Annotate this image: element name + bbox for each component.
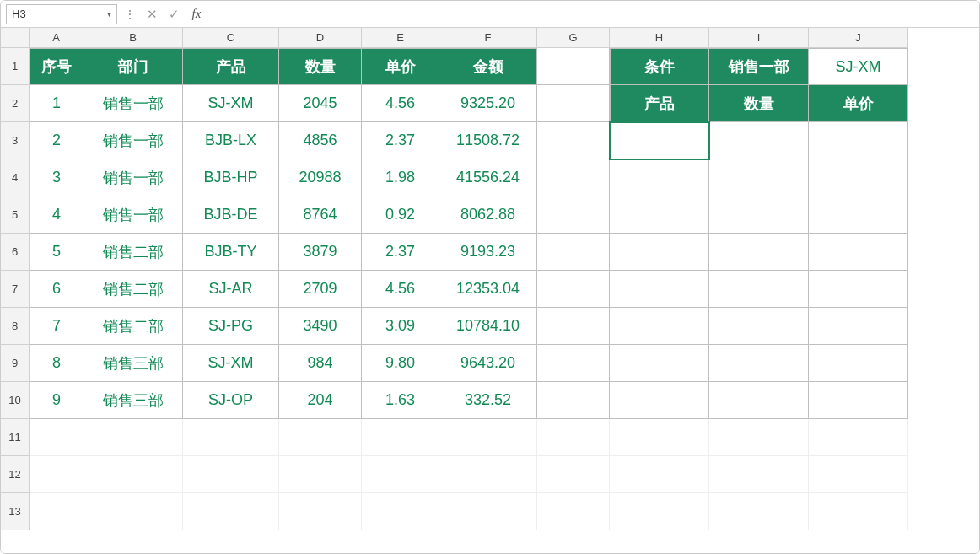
cell[interactable]: 销售一部 — [83, 159, 183, 196]
column-header[interactable]: G — [537, 28, 610, 48]
cell[interactable]: 9193.23 — [439, 234, 537, 271]
cell[interactable] — [709, 234, 809, 271]
cell[interactable] — [610, 308, 709, 345]
cell[interactable]: 1 — [30, 85, 83, 122]
cell[interactable] — [537, 271, 610, 308]
column-header[interactable]: C — [183, 28, 279, 48]
cell[interactable]: 9 — [30, 382, 83, 419]
cell[interactable] — [537, 196, 610, 234]
cell[interactable] — [610, 419, 709, 456]
cells-area[interactable]: 序号部门产品数量单价金额条件销售一部SJ-XM1销售一部SJ-XM20454.5… — [30, 48, 908, 530]
cell[interactable]: 销售二部 — [83, 271, 183, 308]
cell[interactable]: 数量 — [709, 85, 809, 122]
chevron-down-icon[interactable]: ▾ — [107, 9, 111, 19]
column-header[interactable]: D — [279, 28, 362, 48]
cell[interactable]: BJB-DE — [183, 196, 279, 234]
fx-icon[interactable]: fx — [186, 7, 207, 21]
cell[interactable] — [439, 456, 537, 493]
cell[interactable] — [362, 419, 439, 456]
cell[interactable] — [279, 493, 362, 530]
cell[interactable]: 2 — [30, 122, 83, 159]
column-header[interactable]: B — [83, 28, 183, 48]
cell[interactable]: 金额 — [439, 48, 537, 85]
cell[interactable] — [537, 122, 610, 159]
cell[interactable]: 3490 — [279, 308, 362, 345]
cell[interactable]: SJ-AR — [183, 271, 279, 308]
cell[interactable]: SJ-XM — [183, 85, 279, 122]
cell[interactable]: 8062.88 — [439, 196, 537, 234]
cell[interactable] — [183, 419, 279, 456]
cell[interactable]: 3879 — [279, 234, 362, 271]
cell[interactable]: 销售一部 — [83, 196, 183, 234]
cell[interactable] — [709, 122, 809, 159]
cell[interactable] — [537, 493, 610, 530]
cell[interactable]: 销售一部 — [83, 85, 183, 122]
cell[interactable] — [809, 419, 908, 456]
cell[interactable] — [537, 85, 610, 122]
cell[interactable] — [537, 234, 610, 271]
row-header[interactable]: 10 — [1, 382, 30, 419]
cell[interactable]: 销售二部 — [83, 308, 183, 345]
cell[interactable] — [537, 382, 610, 419]
cell[interactable]: 1.63 — [362, 382, 439, 419]
name-box[interactable]: H3 ▾ — [6, 4, 117, 24]
cell[interactable]: 6 — [30, 271, 83, 308]
cell[interactable] — [537, 456, 610, 493]
cell[interactable] — [709, 196, 809, 234]
cell[interactable]: 9.80 — [362, 345, 439, 382]
row-header[interactable]: 4 — [1, 159, 30, 196]
cell[interactable]: 销售三部 — [83, 345, 183, 382]
cell[interactable] — [709, 271, 809, 308]
cell[interactable]: 7 — [30, 308, 83, 345]
cell[interactable] — [362, 456, 439, 493]
cell[interactable]: 11508.72 — [439, 122, 537, 159]
cell[interactable]: 2045 — [279, 85, 362, 122]
cell[interactable] — [809, 456, 908, 493]
row-header[interactable]: 12 — [1, 456, 30, 493]
cell[interactable] — [809, 308, 908, 345]
spreadsheet-grid[interactable]: ABCDEFGHIJ 12345678910111213 序号部门产品数量单价金… — [1, 28, 979, 553]
cell[interactable]: 12353.04 — [439, 271, 537, 308]
cell[interactable]: 20988 — [279, 159, 362, 196]
cell[interactable] — [809, 345, 908, 382]
cell[interactable]: 销售一部 — [709, 48, 809, 85]
cell[interactable]: SJ-XM — [809, 48, 908, 85]
cell[interactable] — [709, 308, 809, 345]
cell[interactable] — [709, 345, 809, 382]
cell[interactable] — [279, 456, 362, 493]
cell[interactable]: 4.56 — [362, 271, 439, 308]
cell[interactable] — [537, 419, 610, 456]
cell[interactable]: 4 — [30, 196, 83, 234]
cell[interactable]: 销售一部 — [83, 122, 183, 159]
cell[interactable]: 332.52 — [439, 382, 537, 419]
column-header[interactable]: E — [362, 28, 439, 48]
cell[interactable]: 204 — [279, 382, 362, 419]
cell[interactable] — [809, 382, 908, 419]
cell[interactable]: BJB-TY — [183, 234, 279, 271]
cell[interactable] — [279, 419, 362, 456]
cell[interactable] — [709, 493, 809, 530]
row-header[interactable]: 9 — [1, 345, 30, 382]
cell[interactable]: 984 — [279, 345, 362, 382]
cell[interactable] — [183, 456, 279, 493]
cell[interactable]: 部门 — [83, 48, 183, 85]
cell[interactable]: 5 — [30, 234, 83, 271]
cell[interactable]: 销售二部 — [83, 234, 183, 271]
cell[interactable] — [439, 419, 537, 456]
cell[interactable] — [610, 159, 709, 196]
cell[interactable] — [537, 48, 610, 85]
cell[interactable]: 2.37 — [362, 122, 439, 159]
cell[interactable]: 4.56 — [362, 85, 439, 122]
cell[interactable]: 9643.20 — [439, 345, 537, 382]
cell[interactable]: 产品 — [610, 85, 709, 122]
column-header[interactable]: H — [610, 28, 709, 48]
row-header[interactable]: 13 — [1, 493, 30, 530]
cell[interactable]: BJB-LX — [183, 122, 279, 159]
cell[interactable] — [809, 196, 908, 234]
cell[interactable]: 10784.10 — [439, 308, 537, 345]
cell[interactable] — [30, 493, 83, 530]
cell[interactable]: 3.09 — [362, 308, 439, 345]
row-header[interactable]: 11 — [1, 419, 30, 456]
cell[interactable] — [610, 456, 709, 493]
cell[interactable] — [610, 271, 709, 308]
